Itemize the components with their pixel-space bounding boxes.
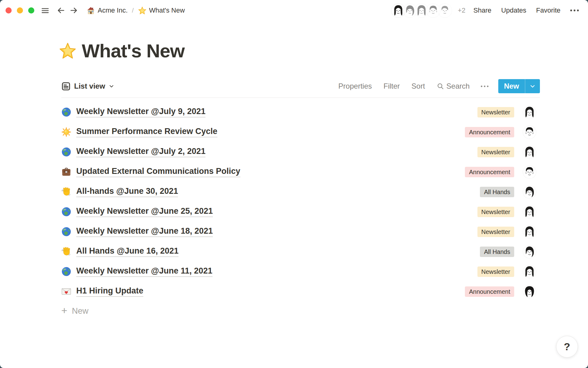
globe-emoji-icon bbox=[61, 107, 71, 117]
app-window: Acme Inc. / What's New +2 Share Updates … bbox=[0, 0, 588, 368]
traffic-lights bbox=[6, 7, 34, 13]
ellipsis-icon bbox=[481, 86, 482, 87]
row-title-link[interactable]: Weekly Newsletter @June 11, 2021 bbox=[76, 266, 213, 277]
breadcrumb-page[interactable]: What's New bbox=[138, 6, 185, 15]
row-avatar bbox=[523, 166, 536, 178]
star-emoji-icon bbox=[138, 6, 146, 15]
favorite-button[interactable]: Favorite bbox=[531, 4, 565, 17]
tag-badge: Newsletter bbox=[477, 207, 514, 217]
view-label: List view bbox=[74, 82, 105, 90]
row-title-link[interactable]: All-hands @June 30, 2021 bbox=[76, 186, 178, 197]
presence-avatar bbox=[392, 4, 405, 17]
row-avatar bbox=[523, 245, 536, 258]
row-title-link[interactable]: All Hands @June 16, 2021 bbox=[76, 246, 179, 257]
presence-avatar bbox=[415, 4, 428, 17]
breadcrumb-workspace-label: Acme Inc. bbox=[98, 6, 128, 14]
list-item[interactable]: Updated External Communications Policy A… bbox=[61, 162, 540, 182]
row-title-link[interactable]: Weekly Newsletter @July 2, 2021 bbox=[76, 147, 205, 157]
new-button[interactable]: New bbox=[498, 79, 525, 93]
tag-badge: All Hands bbox=[480, 187, 514, 197]
row-title-link[interactable]: Weekly Newsletter @June 25, 2021 bbox=[76, 206, 213, 217]
row-avatar bbox=[523, 106, 536, 119]
page-list: Weekly Newsletter @July 9, 2021 Newslett… bbox=[61, 98, 540, 301]
list-item[interactable]: Weekly Newsletter @July 9, 2021 Newslett… bbox=[61, 102, 540, 122]
list-item[interactable]: All Hands @June 16, 2021 All Hands bbox=[61, 242, 540, 262]
presence-avatar bbox=[439, 4, 451, 17]
house-emoji-icon bbox=[87, 6, 95, 15]
list-item[interactable]: Summer Performance Review Cycle Announce… bbox=[61, 122, 540, 142]
row-avatar bbox=[523, 205, 536, 218]
list-view-icon bbox=[61, 82, 71, 91]
row-avatar bbox=[523, 146, 536, 159]
breadcrumb-separator: / bbox=[132, 7, 134, 14]
zoom-window-button[interactable] bbox=[28, 7, 34, 13]
list-item[interactable]: Weekly Newsletter @June 25, 2021 Newslet… bbox=[61, 202, 540, 222]
wave-emoji-icon bbox=[61, 247, 71, 257]
presence-avatars bbox=[392, 4, 451, 17]
tag-badge: Announcement bbox=[465, 167, 514, 177]
share-button[interactable]: Share bbox=[469, 4, 496, 17]
view-switcher[interactable]: List view bbox=[61, 82, 115, 91]
row-title-link[interactable]: Weekly Newsletter @June 18, 2021 bbox=[76, 226, 213, 237]
chevron-down-icon bbox=[529, 83, 536, 90]
hamburger-icon bbox=[41, 6, 49, 15]
globe-emoji-icon bbox=[61, 207, 71, 217]
forward-button[interactable] bbox=[70, 6, 78, 15]
tag-badge: Newsletter bbox=[477, 107, 514, 117]
new-button-dropdown[interactable] bbox=[525, 79, 540, 93]
filter-button[interactable]: Filter bbox=[380, 79, 403, 93]
page-content: What's New List view Properties Filter S… bbox=[61, 40, 540, 320]
breadcrumb: Acme Inc. / What's New bbox=[87, 6, 185, 15]
page-title[interactable]: What's New bbox=[82, 40, 184, 62]
row-title-link[interactable]: Summer Performance Review Cycle bbox=[76, 127, 217, 137]
list-item[interactable]: All-hands @June 30, 2021 All Hands bbox=[61, 182, 540, 202]
more-options-button[interactable] bbox=[568, 6, 581, 14]
topbar: Acme Inc. / What's New +2 Share Updates … bbox=[0, 0, 588, 21]
tag-badge: Announcement bbox=[465, 127, 514, 137]
tag-badge: All Hands bbox=[480, 247, 514, 257]
sort-button[interactable]: Sort bbox=[408, 79, 429, 93]
add-new-row-button[interactable]: + New bbox=[61, 301, 540, 320]
help-button[interactable]: ? bbox=[556, 336, 578, 358]
back-button[interactable] bbox=[57, 6, 65, 15]
arrow-right-icon bbox=[70, 6, 78, 15]
presence-avatar bbox=[427, 4, 439, 17]
tag-badge: Newsletter bbox=[477, 227, 514, 237]
row-title-link[interactable]: Updated External Communications Policy bbox=[76, 167, 240, 177]
page-header: What's New bbox=[59, 40, 540, 62]
search-button[interactable]: Search bbox=[433, 79, 473, 93]
row-avatar bbox=[523, 126, 536, 139]
properties-button[interactable]: Properties bbox=[335, 79, 375, 93]
row-avatar bbox=[523, 265, 536, 278]
topbar-actions: +2 Share Updates Favorite bbox=[392, 4, 581, 17]
tag-badge: Announcement bbox=[465, 286, 514, 297]
close-window-button[interactable] bbox=[6, 7, 12, 13]
globe-emoji-icon bbox=[61, 227, 71, 237]
presence-overflow-count: +2 bbox=[458, 6, 466, 14]
search-label: Search bbox=[447, 82, 470, 90]
tag-badge: Newsletter bbox=[477, 266, 514, 277]
add-new-row-label: New bbox=[72, 306, 89, 316]
plus-icon: + bbox=[61, 305, 67, 316]
magnifier-icon bbox=[437, 82, 444, 90]
row-avatar bbox=[523, 225, 536, 238]
row-avatar bbox=[523, 285, 536, 298]
arrow-left-icon bbox=[57, 6, 65, 15]
new-button-group: New bbox=[498, 79, 540, 93]
row-title-link[interactable]: H1 Hiring Update bbox=[76, 286, 143, 297]
breadcrumb-page-label: What's New bbox=[149, 6, 185, 14]
list-item[interactable]: Weekly Newsletter @July 2, 2021 Newslett… bbox=[61, 142, 540, 162]
list-item[interactable]: Weekly Newsletter @June 18, 2021 Newslet… bbox=[61, 222, 540, 242]
list-item[interactable]: Weekly Newsletter @June 11, 2021 Newslet… bbox=[61, 262, 540, 282]
sun-emoji-icon bbox=[61, 127, 71, 137]
sidebar-toggle-button[interactable] bbox=[41, 6, 49, 15]
view-more-options-button[interactable] bbox=[478, 82, 492, 91]
updates-button[interactable]: Updates bbox=[496, 4, 531, 17]
row-title-link[interactable]: Weekly Newsletter @July 9, 2021 bbox=[76, 107, 205, 117]
breadcrumb-workspace[interactable]: Acme Inc. bbox=[87, 6, 128, 15]
list-item[interactable]: H1 Hiring Update Announcement bbox=[61, 282, 540, 301]
page-star-emoji-icon[interactable] bbox=[59, 42, 76, 59]
minimize-window-button[interactable] bbox=[17, 7, 23, 13]
ellipsis-icon bbox=[570, 10, 572, 11]
tag-badge: Newsletter bbox=[477, 147, 514, 157]
